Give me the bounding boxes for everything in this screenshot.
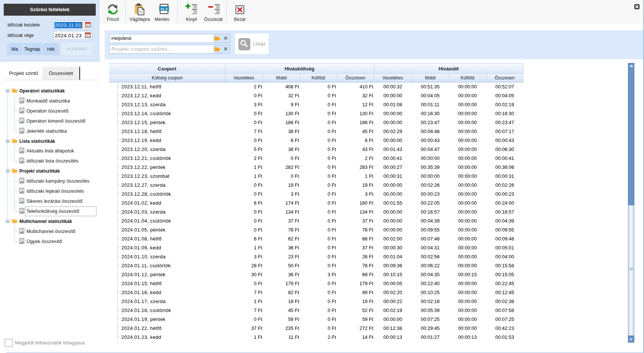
svg-text:XLS: XLS (161, 7, 168, 11)
